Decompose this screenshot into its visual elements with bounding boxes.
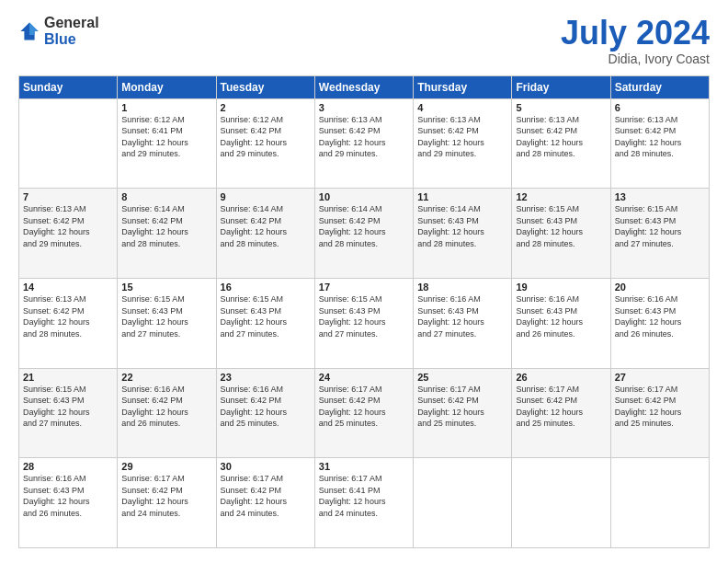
day-number: 23 xyxy=(221,372,311,383)
table-row: 7Sunrise: 6:13 AM Sunset: 6:42 PM Daylig… xyxy=(19,189,118,279)
logo: General Blue xyxy=(18,15,99,48)
day-number: 28 xyxy=(23,461,113,472)
table-row: 1Sunrise: 6:12 AM Sunset: 6:41 PM Daylig… xyxy=(118,98,216,189)
table-row: 8Sunrise: 6:14 AM Sunset: 6:42 PM Daylig… xyxy=(118,189,216,279)
day-info: Sunrise: 6:17 AM Sunset: 6:42 PM Dayligh… xyxy=(221,473,311,519)
location: Didia, Ivory Coast xyxy=(561,52,710,66)
day-number: 13 xyxy=(615,191,705,202)
day-info: Sunrise: 6:14 AM Sunset: 6:42 PM Dayligh… xyxy=(319,203,409,249)
table-row xyxy=(414,458,512,548)
day-info: Sunrise: 6:13 AM Sunset: 6:42 PM Dayligh… xyxy=(23,203,113,249)
day-number: 15 xyxy=(121,282,211,293)
table-row: 14Sunrise: 6:13 AM Sunset: 6:42 PM Dayli… xyxy=(19,278,118,368)
day-number: 31 xyxy=(319,461,409,472)
day-info: Sunrise: 6:13 AM Sunset: 6:42 PM Dayligh… xyxy=(319,114,409,160)
day-number: 19 xyxy=(516,282,606,293)
day-number: 30 xyxy=(221,461,311,472)
table-row: 19Sunrise: 6:16 AM Sunset: 6:43 PM Dayli… xyxy=(512,278,610,368)
logo-general: General xyxy=(44,15,99,30)
day-number: 6 xyxy=(615,102,705,113)
day-number: 8 xyxy=(121,191,211,202)
table-row: 13Sunrise: 6:15 AM Sunset: 6:43 PM Dayli… xyxy=(610,189,709,279)
day-info: Sunrise: 6:17 AM Sunset: 6:42 PM Dayligh… xyxy=(319,384,409,430)
table-row: 26Sunrise: 6:17 AM Sunset: 6:42 PM Dayli… xyxy=(512,368,610,458)
table-row: 28Sunrise: 6:16 AM Sunset: 6:43 PM Dayli… xyxy=(19,458,118,548)
day-number: 9 xyxy=(221,191,311,202)
day-info: Sunrise: 6:16 AM Sunset: 6:43 PM Dayligh… xyxy=(615,293,705,339)
day-info: Sunrise: 6:17 AM Sunset: 6:42 PM Dayligh… xyxy=(121,473,211,519)
table-row: 27Sunrise: 6:17 AM Sunset: 6:42 PM Dayli… xyxy=(610,368,709,458)
table-row: 29Sunrise: 6:17 AM Sunset: 6:42 PM Dayli… xyxy=(118,458,216,548)
day-info: Sunrise: 6:13 AM Sunset: 6:42 PM Dayligh… xyxy=(23,293,113,339)
table-row: 25Sunrise: 6:17 AM Sunset: 6:42 PM Dayli… xyxy=(414,368,512,458)
calendar-page: General Blue July 2024 Didia, Ivory Coas… xyxy=(0,0,728,563)
header-tuesday: Tuesday xyxy=(216,75,314,98)
day-number: 21 xyxy=(23,372,113,383)
day-info: Sunrise: 6:13 AM Sunset: 6:42 PM Dayligh… xyxy=(516,114,606,160)
day-number: 10 xyxy=(319,191,409,202)
day-number: 29 xyxy=(121,461,211,472)
table-row: 16Sunrise: 6:15 AM Sunset: 6:43 PM Dayli… xyxy=(216,278,314,368)
day-info: Sunrise: 6:17 AM Sunset: 6:42 PM Dayligh… xyxy=(615,384,705,430)
day-info: Sunrise: 6:17 AM Sunset: 6:42 PM Dayligh… xyxy=(516,384,606,430)
calendar-week-row: 7Sunrise: 6:13 AM Sunset: 6:42 PM Daylig… xyxy=(19,189,710,279)
table-row: 23Sunrise: 6:16 AM Sunset: 6:42 PM Dayli… xyxy=(216,368,314,458)
calendar-week-row: 21Sunrise: 6:15 AM Sunset: 6:43 PM Dayli… xyxy=(19,368,710,458)
table-row: 10Sunrise: 6:14 AM Sunset: 6:42 PM Dayli… xyxy=(314,189,413,279)
day-number: 20 xyxy=(615,282,705,293)
header-monday: Monday xyxy=(118,75,216,98)
table-row xyxy=(610,458,709,548)
day-number: 24 xyxy=(319,372,409,383)
table-row: 3Sunrise: 6:13 AM Sunset: 6:42 PM Daylig… xyxy=(314,98,413,189)
logo-blue: Blue xyxy=(44,31,76,47)
day-number: 12 xyxy=(516,191,606,202)
day-info: Sunrise: 6:17 AM Sunset: 6:41 PM Dayligh… xyxy=(319,473,409,519)
day-number: 17 xyxy=(319,282,409,293)
day-info: Sunrise: 6:16 AM Sunset: 6:43 PM Dayligh… xyxy=(417,293,507,339)
day-number: 22 xyxy=(121,372,211,383)
day-info: Sunrise: 6:15 AM Sunset: 6:43 PM Dayligh… xyxy=(121,293,211,339)
calendar-table: Sunday Monday Tuesday Wednesday Thursday… xyxy=(18,75,710,548)
day-info: Sunrise: 6:15 AM Sunset: 6:43 PM Dayligh… xyxy=(319,293,409,339)
table-row: 5Sunrise: 6:13 AM Sunset: 6:42 PM Daylig… xyxy=(512,98,610,189)
calendar-week-row: 14Sunrise: 6:13 AM Sunset: 6:42 PM Dayli… xyxy=(19,278,710,368)
table-row: 24Sunrise: 6:17 AM Sunset: 6:42 PM Dayli… xyxy=(314,368,413,458)
calendar-week-row: 1Sunrise: 6:12 AM Sunset: 6:41 PM Daylig… xyxy=(19,98,710,189)
calendar-week-row: 28Sunrise: 6:16 AM Sunset: 6:43 PM Dayli… xyxy=(19,458,710,548)
day-number: 11 xyxy=(417,191,507,202)
table-row: 22Sunrise: 6:16 AM Sunset: 6:42 PM Dayli… xyxy=(118,368,216,458)
table-row: 15Sunrise: 6:15 AM Sunset: 6:43 PM Dayli… xyxy=(118,278,216,368)
table-row xyxy=(19,98,118,189)
table-row: 4Sunrise: 6:13 AM Sunset: 6:42 PM Daylig… xyxy=(414,98,512,189)
table-row: 2Sunrise: 6:12 AM Sunset: 6:42 PM Daylig… xyxy=(216,98,314,189)
logo-text: General Blue xyxy=(44,15,99,48)
title-area: July 2024 Didia, Ivory Coast xyxy=(561,15,710,66)
table-row: 30Sunrise: 6:17 AM Sunset: 6:42 PM Dayli… xyxy=(216,458,314,548)
table-row: 11Sunrise: 6:14 AM Sunset: 6:43 PM Dayli… xyxy=(414,189,512,279)
table-row: 31Sunrise: 6:17 AM Sunset: 6:41 PM Dayli… xyxy=(314,458,413,548)
day-info: Sunrise: 6:15 AM Sunset: 6:43 PM Dayligh… xyxy=(221,293,311,339)
table-row: 18Sunrise: 6:16 AM Sunset: 6:43 PM Dayli… xyxy=(414,278,512,368)
header-wednesday: Wednesday xyxy=(314,75,413,98)
day-info: Sunrise: 6:16 AM Sunset: 6:42 PM Dayligh… xyxy=(121,384,211,430)
header-friday: Friday xyxy=(512,75,610,98)
logo-icon xyxy=(18,20,40,42)
day-info: Sunrise: 6:17 AM Sunset: 6:42 PM Dayligh… xyxy=(417,384,507,430)
day-number: 7 xyxy=(23,191,113,202)
day-number: 18 xyxy=(417,282,507,293)
header: General Blue July 2024 Didia, Ivory Coas… xyxy=(18,15,710,66)
day-info: Sunrise: 6:16 AM Sunset: 6:43 PM Dayligh… xyxy=(516,293,606,339)
day-number: 27 xyxy=(615,372,705,383)
day-number: 2 xyxy=(221,102,311,113)
svg-marker-1 xyxy=(29,22,39,35)
table-row xyxy=(512,458,610,548)
day-number: 14 xyxy=(23,282,113,293)
day-info: Sunrise: 6:13 AM Sunset: 6:42 PM Dayligh… xyxy=(417,114,507,160)
day-number: 1 xyxy=(121,102,211,113)
day-info: Sunrise: 6:12 AM Sunset: 6:41 PM Dayligh… xyxy=(121,114,211,160)
table-row: 12Sunrise: 6:15 AM Sunset: 6:43 PM Dayli… xyxy=(512,189,610,279)
day-number: 3 xyxy=(319,102,409,113)
month-title: July 2024 xyxy=(561,15,710,52)
table-row: 21Sunrise: 6:15 AM Sunset: 6:43 PM Dayli… xyxy=(19,368,118,458)
day-info: Sunrise: 6:15 AM Sunset: 6:43 PM Dayligh… xyxy=(615,203,705,249)
